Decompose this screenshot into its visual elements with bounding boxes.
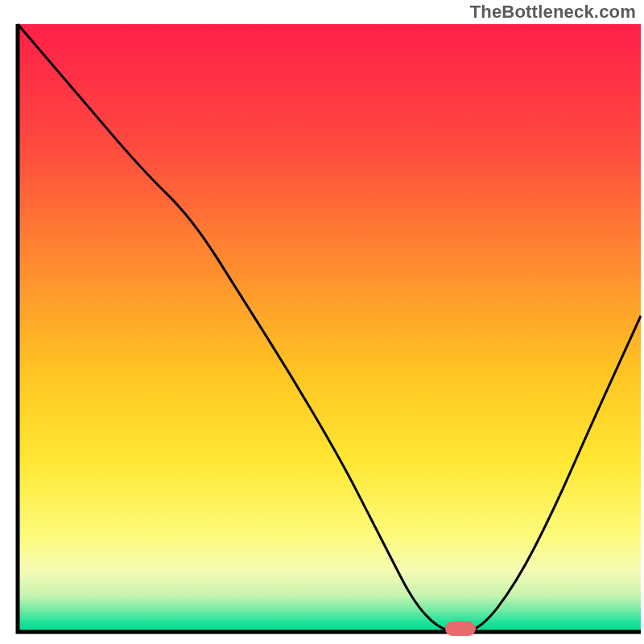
attribution-label: TheBottleneck.com xyxy=(470,2,636,23)
optimal-point-marker xyxy=(445,621,476,636)
plot-background xyxy=(18,24,641,632)
bottleneck-chart xyxy=(0,0,644,644)
chart-container: TheBottleneck.com xyxy=(0,0,644,644)
